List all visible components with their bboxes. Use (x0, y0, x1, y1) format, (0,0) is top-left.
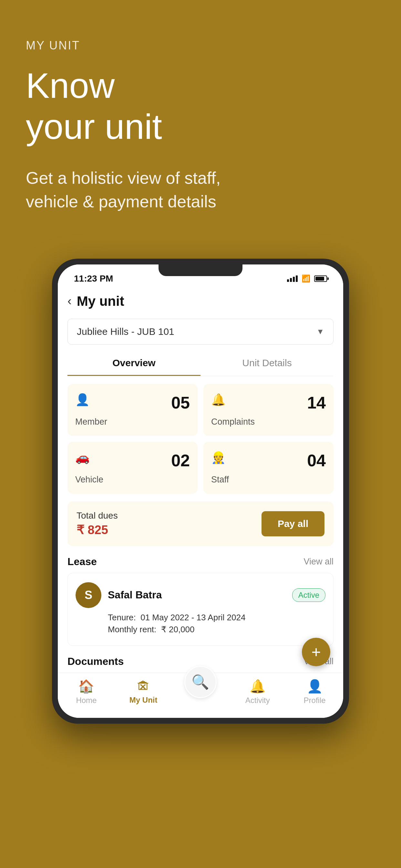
wifi-icon: 📶 (302, 275, 310, 283)
member-icon: 👤 (75, 393, 90, 407)
back-button[interactable]: ‹ (67, 294, 72, 308)
dues-label: Total dues (76, 510, 118, 521)
app-title: My unit (77, 293, 124, 309)
app-header: ‹ My unit (58, 287, 343, 315)
dropdown-value: Jubliee Hills - JUB 101 (77, 326, 174, 337)
phone-frame: 11:23 PM 📶 ‹ My unit (52, 259, 349, 724)
signal-icon (287, 275, 298, 282)
hero-title: Knowyour unit (26, 65, 375, 147)
location-dropdown[interactable]: Jubliee Hills - JUB 101 ▼ (67, 319, 334, 345)
pay-all-button[interactable]: Pay all (261, 511, 325, 536)
stat-card-member[interactable]: 👤 05 Member (67, 384, 197, 436)
tab-bar: Overview Unit Details (67, 351, 334, 376)
tenure-detail: Tenure: 01 May 2022 - 13 April 2024 (75, 613, 326, 623)
lease-card[interactable]: S Safal Batra Active Tenure: 01 May 2022… (67, 573, 334, 646)
nav-item-profile[interactable]: 👤 Profile (286, 679, 343, 705)
search-icon: 🔍 (191, 674, 209, 690)
nav-label-profile: Profile (304, 696, 326, 705)
nav-label-activity: Activity (245, 696, 270, 705)
home-icon: 🏠 (78, 679, 94, 694)
vehicle-count: 02 (171, 451, 190, 470)
person-icon: 👤 (307, 679, 323, 694)
payment-section: Total dues ₹ 825 Pay all (67, 501, 334, 546)
rent-detail: Monthly rent: ₹ 20,000 (75, 624, 326, 634)
complaints-label: Complaints (211, 417, 326, 427)
nav-item-my-unit[interactable]: 🏚 My Unit (115, 679, 172, 705)
lease-title: Lease (67, 556, 97, 568)
notch (158, 265, 243, 276)
hero-subtitle: Get a holistic view of staff,vehicle & p… (26, 166, 375, 213)
avatar: S (75, 582, 101, 608)
nav-item-home[interactable]: 🏠 Home (58, 679, 115, 705)
member-label: Member (75, 417, 190, 427)
complaints-count: 14 (307, 393, 326, 412)
stat-card-staff[interactable]: 👷 04 Staff (204, 442, 334, 494)
tab-unit-details[interactable]: Unit Details (201, 351, 334, 376)
status-time: 11:23 PM (74, 274, 113, 284)
phone-screen: 11:23 PM 📶 ‹ My unit (58, 265, 343, 718)
staff-label: Staff (211, 475, 326, 485)
dues-info: Total dues ₹ 825 (76, 510, 118, 537)
documents-title: Documents (67, 655, 124, 668)
battery-icon (314, 275, 327, 282)
nav-label-my-unit: My Unit (129, 695, 158, 705)
staff-icon: 👷 (211, 451, 226, 464)
nav-item-activity[interactable]: 🔔 Activity (229, 679, 286, 705)
status-badge: Active (292, 588, 326, 602)
search-bubble[interactable]: 🔍 (184, 666, 217, 698)
lease-section-header: Lease View all (58, 553, 343, 573)
dues-amount: ₹ 825 (76, 523, 118, 537)
nav-item-search[interactable]: 🔍 (172, 679, 229, 705)
section-label: MY UNIT (26, 39, 375, 52)
nav-label-home: Home (76, 696, 96, 705)
lease-view-all[interactable]: View all (304, 557, 334, 567)
dropdown-wrapper: Jubliee Hills - JUB 101 ▼ (58, 315, 343, 351)
stat-card-complaints[interactable]: 🔔 14 Complaints (204, 384, 334, 436)
complaints-icon: 🔔 (211, 393, 226, 407)
stats-grid: 👤 05 Member 🔔 14 Complaints 🚗 02 (58, 376, 343, 501)
tab-overview[interactable]: Overview (67, 351, 201, 376)
fab-button[interactable]: + (302, 638, 330, 666)
tenant-name: Safal Batra (108, 589, 292, 601)
plus-icon: + (311, 643, 320, 661)
vehicle-icon: 🚗 (75, 451, 90, 464)
phone-wrapper: 11:23 PM 📶 ‹ My unit (0, 259, 401, 724)
status-icons: 📶 (287, 275, 327, 283)
building-icon: 🏚 (137, 679, 150, 693)
stat-card-vehicle[interactable]: 🚗 02 Vehicle (67, 442, 197, 494)
bottom-nav: 🏠 Home 🏚 My Unit 🔍 🔔 Activity (58, 673, 343, 718)
staff-count: 04 (307, 451, 326, 470)
bell-icon: 🔔 (250, 679, 266, 694)
chevron-down-icon: ▼ (316, 327, 324, 336)
member-count: 05 (171, 393, 190, 412)
background-section: MY UNIT Knowyour unit Get a holistic vie… (0, 0, 401, 259)
lease-card-top: S Safal Batra Active (75, 582, 326, 608)
vehicle-label: Vehicle (75, 475, 190, 485)
